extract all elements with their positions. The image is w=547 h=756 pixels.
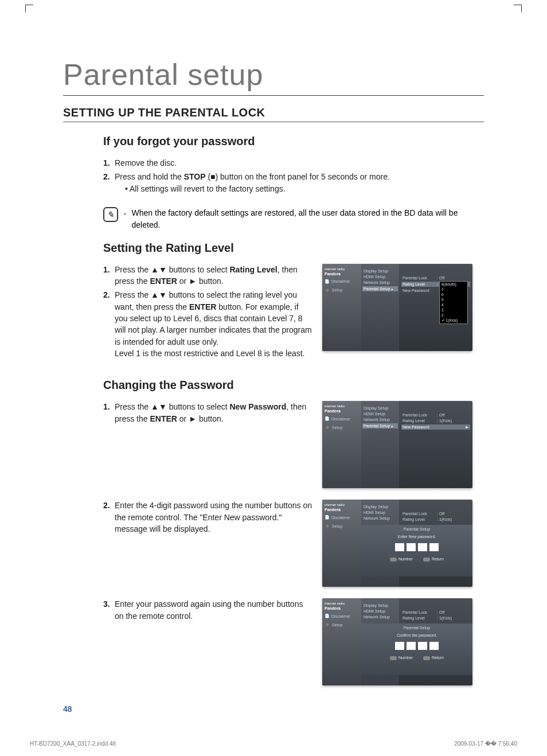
password-entry-overlay: Parental Setup Enter New password. Numbe… — [361, 525, 472, 576]
rating-heading: Setting the Rating Level — [103, 241, 472, 255]
note-bullet-icon: ▪ — [124, 207, 126, 217]
rating-level-screenshot: internet radio Pandora 📄Disclaimer Setup… — [322, 264, 472, 351]
footer-filename: HT-BD7200_XAA_0317-2.indd 48 — [30, 741, 116, 747]
pwd-step3-list: 3. Enter your password again using the n… — [103, 598, 312, 622]
forgot-step-2: 2. Press and hold the STOP (■) button on… — [103, 171, 472, 194]
step-number: 1. — [103, 264, 115, 287]
forgot-steps: 1. Remove the disc. 2. Press and hold th… — [103, 157, 472, 194]
step-number: 2. — [103, 500, 115, 535]
rating-step-1: 1. Press the ▲▼ buttons to select Rating… — [103, 264, 312, 287]
note-callout: ✎ ▪ When the factory default settings ar… — [103, 207, 472, 231]
rating-steps: 1. Press the ▲▼ buttons to select Rating… — [103, 264, 312, 359]
password-confirm-overlay: Parental Setup Confirm the password. Num… — [361, 623, 472, 675]
section-rule — [63, 122, 484, 122]
note-icon: ✎ — [103, 207, 118, 222]
content-area: If you forgot your password 1. Remove th… — [103, 135, 472, 685]
step-text: Enter the 4-digit password using the num… — [115, 500, 312, 535]
step-text: Press the ▲▼ buttons to select Rating Le… — [115, 264, 312, 287]
step-number: 1. — [103, 157, 115, 169]
section-heading: SETTING UP THE PARENTAL LOCK — [63, 106, 484, 119]
forgot-step-1: 1. Remove the disc. — [103, 157, 472, 169]
rating-step-2: 2. Press the ▲▼ buttons to select the ra… — [103, 289, 312, 359]
page-title: Parental setup — [63, 57, 507, 92]
step-text: Enter your password again using the numb… — [115, 598, 312, 622]
pwd-step-2: 2. Enter the 4-digit password using the … — [103, 500, 312, 535]
forgot-heading: If you forgot your password — [103, 135, 472, 148]
gear-icon — [325, 287, 330, 293]
pwd-step2-list: 2. Enter the 4-digit password using the … — [103, 500, 312, 535]
manual-page: Parental setup SETTING UP THE PARENTAL L… — [0, 0, 547, 746]
step-text: Remove the disc. — [115, 157, 472, 169]
gear-icon — [325, 523, 330, 529]
step-text: Press the ▲▼ buttons to select the ratin… — [115, 289, 312, 359]
page-number: 48 — [63, 704, 72, 714]
title-rule — [63, 95, 484, 96]
step-text: Press the ▲▼ buttons to select New Passw… — [115, 401, 312, 424]
pwd-step1-list: 1. Press the ▲▼ buttons to select New Pa… — [103, 401, 312, 424]
step-text: Press and hold the STOP (■) button on th… — [115, 171, 472, 194]
step-number: 3. — [103, 598, 115, 622]
note-text: When the factory default settings are re… — [132, 207, 472, 231]
new-password-select-screenshot: internet radio Pandora 📄Disclaimer Setup… — [322, 401, 472, 488]
step-number: 2. — [103, 171, 115, 194]
step-sub-bullet: All settings will revert to the factory … — [125, 183, 472, 194]
password-heading: Changing the Password — [103, 379, 472, 392]
enter-password-screenshot: internet radio Pandora 📄Disclaimer Setup… — [322, 500, 472, 587]
rating-dropdown: 8(Adults) 7 6 5 4 3 2 1(Kids) — [439, 281, 468, 324]
confirm-password-screenshot: internet radio Pandora 📄Disclaimer Setup… — [322, 598, 472, 685]
gear-icon — [325, 622, 330, 628]
pwd-step-1: 1. Press the ▲▼ buttons to select New Pa… — [103, 401, 312, 424]
footer-timestamp: 2009-03-17 �� 7:56:40 — [454, 741, 517, 747]
print-footer: HT-BD7200_XAA_0317-2.indd 48 2009-03-17 … — [30, 741, 517, 747]
step-number: 2. — [103, 289, 115, 359]
pwd-step-3: 3. Enter your password again using the n… — [103, 598, 312, 622]
gear-icon — [325, 424, 330, 430]
step-number: 1. — [103, 401, 115, 424]
